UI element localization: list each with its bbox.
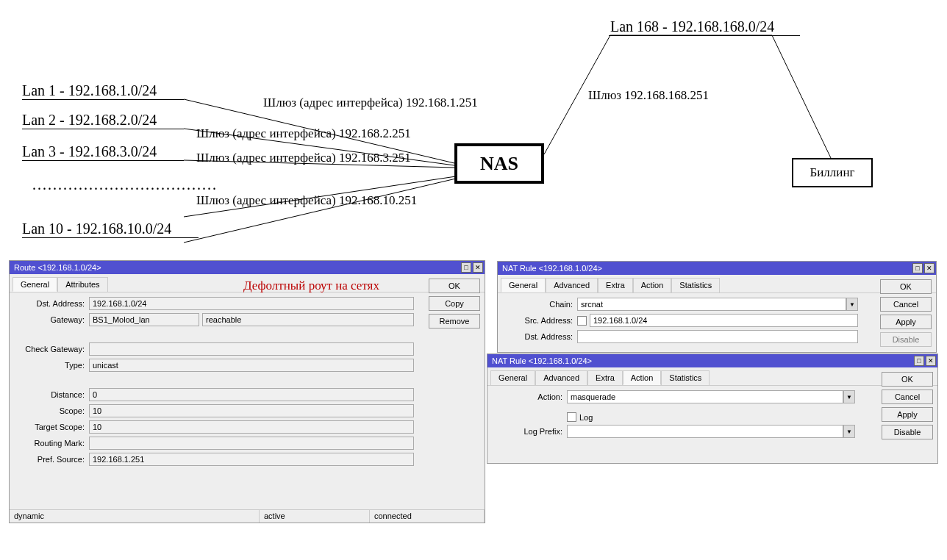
tab-action[interactable]: Action (623, 370, 662, 385)
tab-attributes[interactable]: Attributes (57, 277, 107, 292)
tab-action[interactable]: Action (633, 278, 672, 292)
nat1-titlebar: NAT Rule <192.168.1.0/24> □ ✕ (498, 262, 936, 275)
action-dropdown-icon[interactable]: ▼ (843, 390, 855, 403)
tab-statistics[interactable]: Statistics (661, 370, 710, 385)
network-diagram: Lan 1 - 192.168.1.0/24 Шлюз (адрес интер… (0, 0, 947, 257)
action-input[interactable] (567, 390, 843, 403)
route-window: Route <192.168.1.0/24> □ ✕ General Attri… (9, 260, 485, 523)
tab-advanced[interactable]: Advanced (535, 370, 587, 385)
tab-general[interactable]: General (12, 277, 57, 292)
tab-extra[interactable]: Extra (598, 278, 633, 292)
target-scope-label: Target Scope: (17, 423, 89, 431)
route-heading: Дефолтный роут на сетях (243, 279, 379, 293)
nat2-title: NAT Rule <192.168.1.0/24> (489, 356, 592, 365)
dst-address-input[interactable] (89, 297, 414, 310)
src-address-label: Src. Address: (505, 316, 577, 325)
nat2-titlebar: NAT Rule <192.168.1.0/24> □ ✕ (487, 354, 937, 367)
lan168-label: Lan 168 - 192.168.168.0/24 (610, 18, 774, 35)
lan1-line (22, 99, 184, 100)
pref-source-input[interactable] (89, 453, 414, 466)
apply-button[interactable]: Apply (882, 407, 933, 422)
gw168-label: Шлюз 192.168.168.251 (588, 88, 709, 103)
ok-button[interactable]: OK (429, 279, 480, 293)
ok-button[interactable]: OK (880, 279, 932, 294)
log-prefix-input[interactable] (567, 425, 843, 438)
nat-window-2: NAT Rule <192.168.1.0/24> □ ✕ General Ad… (487, 353, 938, 464)
nat1-title: NAT Rule <192.168.1.0/24> (499, 264, 602, 273)
svg-line-7 (772, 35, 831, 158)
nas-box: NAS (454, 143, 544, 184)
pref-source-label: Pref. Source: (17, 455, 89, 464)
status-connected: connected (370, 510, 485, 523)
nat1-tabs: General Advanced Extra Action Statistics (498, 275, 936, 293)
lan2-line (22, 129, 184, 129)
tab-extra[interactable]: Extra (587, 370, 623, 385)
dots: .................................... (32, 176, 218, 193)
disable-button[interactable]: Disable (882, 425, 933, 439)
src-address-checkbox[interactable] (577, 316, 587, 326)
lan3-label: Lan 3 - 192.168.3.0/24 (22, 143, 157, 160)
lan10-line (22, 237, 199, 238)
lan10-label: Lan 10 - 192.168.10.0/24 (22, 220, 171, 237)
tab-general[interactable]: General (490, 370, 535, 385)
target-scope-input[interactable] (89, 420, 414, 434)
action-label: Action: (495, 392, 567, 401)
gw1-label: Шлюз (адрес интерфейса) 192.168.1.251 (263, 96, 478, 110)
apply-button[interactable]: Apply (880, 315, 932, 329)
nat1-buttons: OK Cancel Apply Disable (880, 279, 932, 347)
tab-advanced[interactable]: Advanced (546, 278, 598, 292)
gw10-label: Шлюз (адрес интерфейса) 192.168.10.251 (196, 193, 417, 208)
distance-input[interactable] (89, 388, 414, 401)
dst-address-input[interactable] (577, 330, 858, 343)
cancel-button[interactable]: Cancel (880, 297, 932, 312)
disable-button[interactable]: Disable (880, 332, 932, 347)
gateway-input[interactable] (89, 313, 199, 326)
gateway-status (202, 313, 414, 326)
status-bar: dynamic active connected (10, 509, 485, 523)
type-input[interactable] (89, 359, 414, 372)
cancel-button[interactable]: Cancel (882, 390, 933, 404)
dst-address-label: Dst. Address: (505, 332, 577, 341)
minimize-icon[interactable]: □ (914, 356, 924, 366)
check-gateway-input[interactable] (89, 342, 414, 356)
status-active: active (260, 510, 370, 523)
lan2-label: Lan 2 - 192.168.2.0/24 (22, 112, 157, 129)
tab-general[interactable]: General (501, 278, 546, 292)
src-address-input[interactable] (590, 314, 858, 327)
log-prefix-label: Log Prefix: (495, 427, 567, 436)
close-icon[interactable]: ✕ (924, 263, 935, 273)
type-label: Type: (17, 361, 89, 370)
close-icon[interactable]: ✕ (926, 356, 936, 366)
log-label: Log (579, 413, 593, 422)
chain-dropdown-icon[interactable]: ▼ (846, 298, 858, 311)
tab-statistics[interactable]: Statistics (671, 278, 720, 292)
copy-button[interactable]: Copy (429, 296, 480, 311)
minimize-icon[interactable]: □ (912, 263, 923, 273)
routing-mark-input[interactable] (89, 437, 414, 450)
lan168-line (609, 35, 800, 36)
route-titlebar: Route <192.168.1.0/24> □ ✕ (10, 261, 485, 274)
route-title: Route <192.168.1.0/24> (11, 263, 101, 272)
billing-box: Биллинг (792, 158, 873, 187)
dst-address-label: Dst. Address: (17, 299, 89, 308)
scope-label: Scope: (17, 406, 89, 415)
gw2-label: Шлюз (адрес интерфейса) 192.168.2.251 (196, 126, 411, 141)
lan1-label: Lan 1 - 192.168.1.0/24 (22, 82, 157, 99)
svg-line-4 (184, 179, 456, 243)
nat-window-1: NAT Rule <192.168.1.0/24> □ ✕ General Ad… (497, 261, 937, 353)
log-prefix-dropdown-icon[interactable]: ▼ (843, 425, 855, 438)
minimize-icon[interactable]: □ (461, 262, 471, 273)
chain-label: Chain: (505, 300, 577, 309)
close-icon[interactable]: ✕ (473, 262, 483, 273)
gw3-label: Шлюз (адрес интерфейса) 192.168.3.251 (196, 151, 411, 165)
chain-input[interactable] (577, 298, 846, 311)
log-checkbox[interactable] (567, 412, 576, 422)
remove-button[interactable]: Remove (429, 314, 480, 329)
distance-label: Distance: (17, 390, 89, 399)
route-buttons: OK Copy Remove (429, 279, 480, 329)
check-gateway-label: Check Gateway: (17, 345, 89, 353)
scope-input[interactable] (89, 404, 414, 417)
ok-button[interactable]: OK (882, 372, 933, 387)
routing-mark-label: Routing Mark: (17, 439, 89, 448)
nat2-buttons: OK Cancel Apply Disable (882, 372, 933, 439)
